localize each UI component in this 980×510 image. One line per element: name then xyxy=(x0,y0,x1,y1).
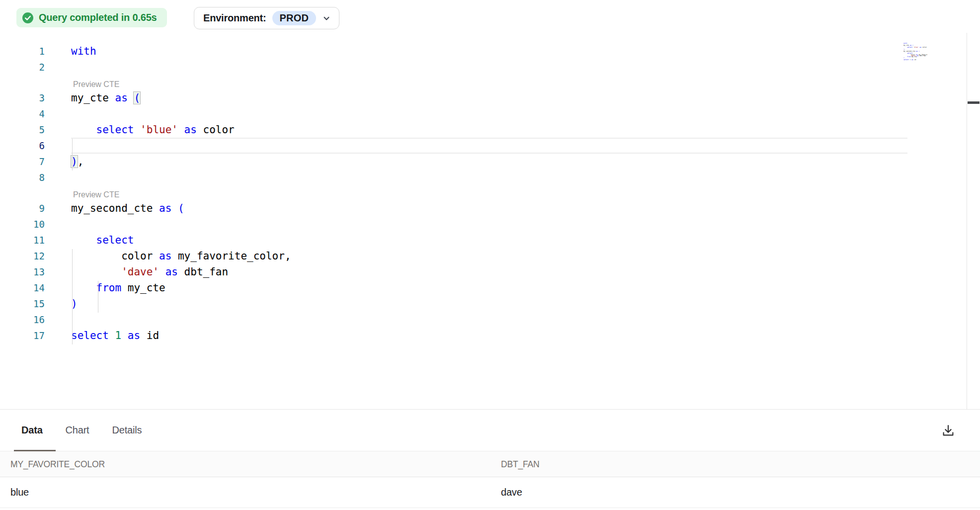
table-cell: dave xyxy=(491,487,980,498)
query-status-text: Query completed in 0.65s xyxy=(39,12,157,23)
results-tab-bar: DataChartDetails xyxy=(0,410,980,451)
indent-guide xyxy=(72,139,73,170)
current-line-highlight xyxy=(71,138,907,154)
code-line-16[interactable]: 16 xyxy=(0,312,980,328)
code-token: 1 xyxy=(115,330,128,341)
line-number: 16 xyxy=(0,312,45,328)
download-results-button[interactable] xyxy=(938,421,958,440)
check-circle-icon xyxy=(22,12,33,23)
editor-lines[interactable]: 1with2Preview CTE3my_cte as (45 select '… xyxy=(0,43,980,343)
line-number: 14 xyxy=(0,280,45,296)
code-token xyxy=(71,266,121,278)
line-number: 5 xyxy=(0,122,45,138)
code-token: as xyxy=(165,266,184,278)
code-token: with xyxy=(71,45,96,57)
line-number: 13 xyxy=(0,264,45,280)
line-number: 3 xyxy=(0,90,45,106)
code-token: as ( xyxy=(159,202,184,214)
code-token: as xyxy=(184,124,203,136)
codelens-label[interactable]: Preview CTE xyxy=(73,190,119,200)
line-number: 2 xyxy=(0,59,45,75)
overview-ruler[interactable] xyxy=(967,33,980,409)
code-token: as xyxy=(115,92,134,104)
code-line-11[interactable]: 11 select xyxy=(0,232,980,248)
code-token: color xyxy=(71,250,159,262)
code-line-17[interactable]: 17select 1 as id xyxy=(0,328,980,343)
line-number: 1 xyxy=(0,43,45,59)
line-number: 7 xyxy=(0,154,45,170)
preview-cte-codelens[interactable]: Preview CTE xyxy=(0,185,980,200)
code-line-8[interactable]: 8 xyxy=(0,170,980,185)
code-line-1[interactable]: 1with xyxy=(0,43,980,59)
indent-guide xyxy=(98,281,98,313)
code-line-2[interactable]: 2 xyxy=(0,59,980,75)
code-text: select xyxy=(71,232,134,248)
column-header-my_favorite_color: MY_FAVORITE_COLOR xyxy=(0,459,491,470)
column-header-dbt_fan: DBT_FAN xyxy=(491,459,980,470)
code-token: select xyxy=(96,234,134,246)
code-line-14[interactable]: 14 from my_cte xyxy=(0,280,980,296)
table-row: bluedave xyxy=(0,477,980,508)
code-text: select 'blue' as color xyxy=(71,122,235,138)
query-status-badge: Query completed in 0.65s xyxy=(16,8,167,27)
query-status-bar: Query completed in 0.65s Environment: PR… xyxy=(0,0,980,33)
results-table-header: MY_FAVORITE_COLORDBT_FAN xyxy=(0,451,980,477)
code-token: color xyxy=(203,124,235,136)
code-line-15[interactable]: 15) xyxy=(0,296,980,312)
matched-bracket: ( xyxy=(134,92,140,104)
code-token: from xyxy=(96,282,128,294)
line-number: 10 xyxy=(0,216,45,232)
code-token: select xyxy=(71,330,115,341)
code-token: , xyxy=(78,156,84,168)
tab-data[interactable]: Data xyxy=(21,425,43,436)
sql-editor[interactable]: 1with2Preview CTE3my_cte as (45 select '… xyxy=(0,33,980,409)
environment-selector[interactable]: Environment: PROD xyxy=(194,7,339,29)
indent-guide xyxy=(72,249,73,344)
code-token: as xyxy=(128,330,147,341)
code-token: 'dave' xyxy=(121,266,165,278)
code-text: ), xyxy=(71,154,83,170)
code-line-10[interactable]: 10 xyxy=(0,216,980,232)
code-line-4[interactable]: 4 xyxy=(0,106,980,122)
code-text: my_cte as ( xyxy=(71,90,140,106)
code-line-12[interactable]: 12 color as my_favorite_color, xyxy=(0,248,980,264)
code-line-5[interactable]: 5 select 'blue' as color xyxy=(0,122,980,138)
code-text: 'dave' as dbt_fan xyxy=(71,264,228,280)
codelens-label[interactable]: Preview CTE xyxy=(73,80,119,90)
line-number: 8 xyxy=(0,170,45,185)
line-number: 9 xyxy=(0,200,45,216)
code-text: color as my_favorite_color, xyxy=(71,248,291,264)
code-token: my_cte xyxy=(71,92,115,104)
code-token xyxy=(71,124,96,136)
code-token: dbt_fan xyxy=(184,266,229,278)
tab-chart[interactable]: Chart xyxy=(66,425,89,436)
line-number: 17 xyxy=(0,328,45,343)
code-token: as xyxy=(159,250,178,262)
code-token: 'blue' xyxy=(140,124,184,136)
code-token: id xyxy=(147,330,159,341)
code-token: select xyxy=(96,124,141,136)
preview-cte-codelens[interactable]: Preview CTE xyxy=(0,75,980,90)
line-number: 4 xyxy=(0,106,45,122)
results-panel: DataChartDetails MY_FAVORITE_COLORDBT_FA… xyxy=(0,409,980,510)
environment-value-badge: PROD xyxy=(272,11,317,25)
code-text: from my_cte xyxy=(71,280,165,296)
code-text: select 1 as id xyxy=(71,328,159,343)
code-line-6[interactable]: 6 xyxy=(0,138,980,154)
line-number: 12 xyxy=(0,248,45,264)
line-number: 15 xyxy=(0,296,45,312)
code-token: my_cte xyxy=(128,282,165,294)
overview-ruler-cursor-marker xyxy=(968,101,980,104)
code-line-7[interactable]: 7), xyxy=(0,154,980,170)
editor-minimap[interactable]: with my_cte as ( select 'blue' as color … xyxy=(903,43,927,65)
code-token: my_second_cte xyxy=(71,202,159,214)
table-cell: blue xyxy=(0,487,491,498)
code-line-13[interactable]: 13 'dave' as dbt_fan xyxy=(0,264,980,280)
tab-details[interactable]: Details xyxy=(112,425,142,436)
environment-label: Environment: xyxy=(203,12,266,24)
active-tab-underline xyxy=(14,450,56,451)
code-line-9[interactable]: 9my_second_cte as ( xyxy=(0,200,980,216)
results-table-body: bluedave xyxy=(0,477,980,508)
code-token: my_favorite_color, xyxy=(178,250,291,262)
code-line-3[interactable]: 3my_cte as ( xyxy=(0,90,980,106)
